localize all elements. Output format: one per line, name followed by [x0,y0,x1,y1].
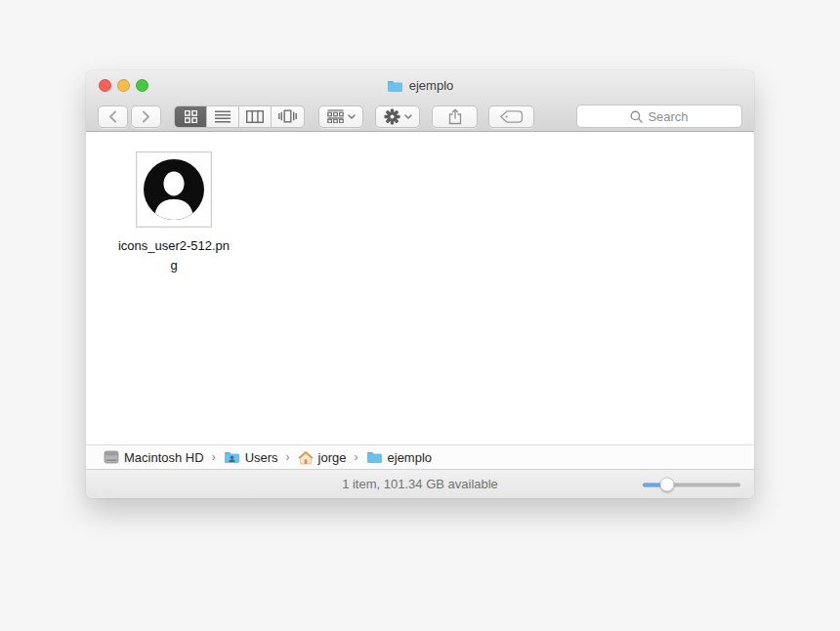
tag-button[interactable] [488,105,534,128]
list-view-button[interactable] [207,106,239,127]
title-bar[interactable]: ejemplo [86,70,754,101]
user-avatar-icon [143,158,205,221]
icon-view-icon [185,110,197,123]
window-header: ejemplo [86,70,754,132]
zoom-slider[interactable] [643,477,740,491]
arrange-button[interactable] [318,105,363,128]
path-item-macintosh-hd[interactable]: Macintosh HD [104,450,204,465]
chevron-right-icon [142,110,150,123]
chevron-left-icon [108,110,117,123]
forward-button[interactable] [131,105,161,128]
gear-icon [384,108,400,125]
column-view-button[interactable] [239,106,272,127]
column-view-icon [246,110,264,123]
file-item[interactable]: icons_user2-512.pn g [98,151,250,275]
file-thumbnail[interactable] [136,151,212,228]
status-bar: 1 item, 101.34 GB available [86,469,754,498]
path-bar: Macintosh HD › Users › [86,444,754,469]
list-view-icon [215,110,231,123]
file-browser-content[interactable]: icons_user2-512.pn g [86,132,754,444]
path-label: jorge [318,450,347,465]
path-label: Users [245,450,278,465]
chevron-down-icon [404,114,412,119]
view-mode-segmented-control [174,105,305,128]
path-item-ejemplo[interactable]: ejemplo [366,450,433,465]
action-button[interactable] [375,105,420,128]
path-item-users[interactable]: Users [224,450,278,465]
path-separator: › [211,450,217,464]
search-input[interactable]: Search [576,105,742,128]
status-text: 1 item, 101.34 GB available [342,477,498,491]
toolbar: Search [86,101,754,132]
finder-window: ejemplo [86,70,754,498]
file-name-line2: g [118,256,230,275]
path-item-jorge[interactable]: jorge [298,450,347,465]
chevron-down-icon [348,114,356,119]
share-icon [448,108,462,125]
icon-view-button[interactable] [175,106,207,127]
share-button[interactable] [432,105,478,128]
back-button[interactable] [98,105,128,128]
path-label: Macintosh HD [124,450,204,465]
users-folder-icon [224,450,240,464]
file-name-label[interactable]: icons_user2-512.pn g [118,236,230,275]
folder-icon [387,79,403,93]
home-icon [298,450,314,465]
search-icon [630,110,643,123]
window-title: ejemplo [86,70,754,101]
coverflow-view-icon [278,109,297,123]
tag-icon [499,109,524,124]
coverflow-view-button[interactable] [272,106,304,127]
path-label: ejemplo [388,450,433,465]
file-name-line1: icons_user2-512.pn [118,236,230,256]
arrange-icon [327,109,344,123]
path-separator: › [285,450,291,464]
window-title-text: ejemplo [409,78,454,93]
search-placeholder: Search [648,109,688,124]
folder-icon [366,450,383,464]
hard-drive-icon [104,450,119,464]
path-separator: › [354,450,359,464]
zoom-slider-knob[interactable] [660,477,675,491]
